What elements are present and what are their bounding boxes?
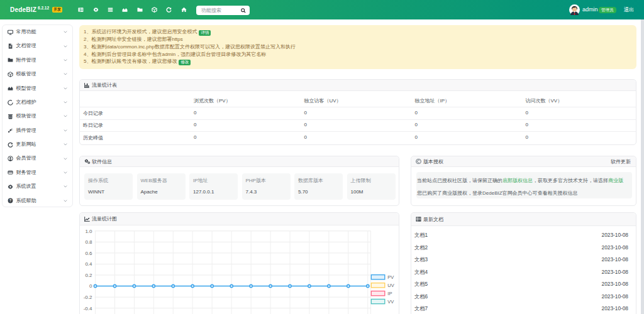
svg-text:?: ? — [9, 199, 12, 203]
svg-text:0.2: 0.2 — [85, 273, 92, 278]
svg-text:0.4: 0.4 — [85, 261, 92, 267]
svg-text:VV: VV — [387, 299, 394, 305]
svg-text:0: 0 — [89, 283, 92, 289]
svg-text:1.0: 1.0 — [85, 229, 92, 234]
svg-text:PV: PV — [387, 274, 394, 280]
svg-text:IP: IP — [387, 291, 392, 296]
svg-text:-0.4: -0.4 — [84, 306, 92, 311]
svg-text:-0.2: -0.2 — [84, 295, 92, 300]
svg-text:0.8: 0.8 — [85, 239, 92, 245]
svg-text:0.6: 0.6 — [85, 251, 92, 256]
svg-text:UV: UV — [387, 283, 394, 288]
